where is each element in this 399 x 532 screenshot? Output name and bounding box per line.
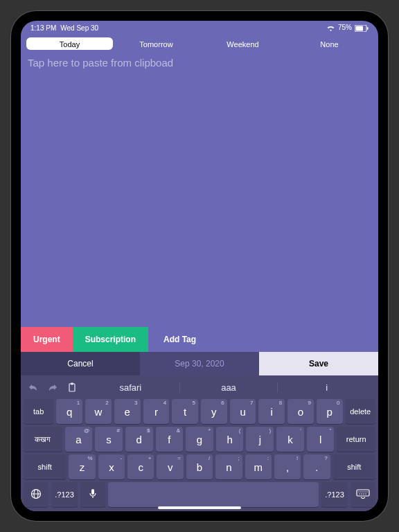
svg-point-17 bbox=[359, 493, 360, 494]
note-input[interactable]: Tap here to paste from clipboad bbox=[21, 54, 378, 327]
key-a[interactable]: a@ bbox=[65, 427, 93, 452]
key-b[interactable]: b/ bbox=[186, 454, 213, 479]
key-u[interactable]: u7 bbox=[230, 399, 256, 424]
globe-icon bbox=[30, 488, 42, 502]
svg-rect-10 bbox=[357, 490, 369, 496]
svg-rect-3 bbox=[69, 384, 75, 391]
home-indicator[interactable] bbox=[158, 506, 241, 509]
key-period[interactable]: .? bbox=[303, 454, 330, 479]
tag-label: Subscription bbox=[85, 335, 136, 344]
key-shift-left[interactable]: shift bbox=[24, 454, 66, 479]
key-c[interactable]: c+ bbox=[127, 454, 154, 479]
action-label: Save bbox=[309, 359, 328, 369]
svg-rect-2 bbox=[367, 27, 369, 30]
key-comma[interactable]: ,! bbox=[274, 454, 301, 479]
tag-label: Urgent bbox=[33, 335, 60, 344]
date-button[interactable]: Sep 30, 2020 bbox=[140, 352, 259, 375]
tab-label: Tomorrow bbox=[139, 40, 172, 48]
status-time: 1:13 PM bbox=[30, 24, 56, 32]
key-i[interactable]: i8 bbox=[258, 399, 285, 424]
save-button[interactable]: Save bbox=[259, 352, 378, 375]
svg-rect-4 bbox=[71, 383, 73, 385]
key-dismiss-keyboard[interactable] bbox=[351, 482, 375, 507]
status-bar: 1:13 PM Wed Sep 30 75% bbox=[21, 21, 378, 35]
suggestion-3[interactable]: i bbox=[278, 382, 375, 393]
svg-point-12 bbox=[358, 491, 359, 492]
key-m[interactable]: m: bbox=[245, 454, 272, 479]
svg-point-15 bbox=[364, 491, 365, 492]
key-j[interactable]: j) bbox=[246, 427, 274, 452]
tab-weekend[interactable]: Weekend bbox=[200, 37, 286, 50]
key-r[interactable]: r4 bbox=[143, 399, 170, 424]
key-g[interactable]: g* bbox=[186, 427, 213, 452]
key-v[interactable]: v= bbox=[157, 454, 183, 479]
key-n[interactable]: n; bbox=[215, 454, 242, 479]
key-language[interactable]: कखग bbox=[24, 427, 62, 452]
tab-label: Weekend bbox=[227, 40, 258, 48]
key-x[interactable]: x- bbox=[98, 454, 125, 479]
svg-point-20 bbox=[365, 493, 366, 494]
tab-label: None bbox=[320, 40, 338, 48]
key-globe[interactable] bbox=[24, 482, 48, 507]
tag-urgent-button[interactable]: Urgent bbox=[21, 327, 73, 352]
keyboard: safari aaa i tab q1 w2 e3 r4 t5 y6 u7 i8… bbox=[21, 375, 378, 511]
key-w[interactable]: w2 bbox=[85, 399, 112, 424]
date-filter-tabs: Today Tomorrow Weekend None bbox=[21, 35, 378, 54]
key-e[interactable]: e3 bbox=[114, 399, 141, 424]
key-h[interactable]: h( bbox=[216, 427, 244, 452]
keyboard-row-3: shift z% x- c+ v= b/ n; m: ,! .? shift bbox=[24, 454, 375, 479]
tag-label: Add Tag bbox=[163, 335, 196, 344]
suggestion-2[interactable]: aaa bbox=[180, 382, 278, 393]
svg-point-13 bbox=[360, 491, 361, 492]
clipboard-icon[interactable] bbox=[62, 382, 82, 392]
key-space[interactable] bbox=[108, 482, 319, 507]
key-o[interactable]: o9 bbox=[287, 399, 314, 424]
key-z[interactable]: z% bbox=[69, 454, 95, 479]
key-return[interactable]: return bbox=[337, 427, 375, 452]
action-label: Cancel bbox=[67, 359, 93, 369]
key-l[interactable]: l" bbox=[307, 427, 335, 452]
tag-subscription-button[interactable]: Subscription bbox=[73, 327, 148, 352]
svg-point-18 bbox=[361, 493, 362, 494]
status-date: Wed Sep 30 bbox=[60, 24, 98, 32]
mic-icon bbox=[89, 488, 97, 502]
suggestion-1[interactable]: safari bbox=[82, 382, 180, 393]
key-delete[interactable]: delete bbox=[346, 399, 375, 424]
svg-point-19 bbox=[363, 493, 364, 494]
redo-icon[interactable] bbox=[43, 383, 62, 391]
key-k[interactable]: k' bbox=[276, 427, 304, 452]
tab-none[interactable]: None bbox=[286, 37, 373, 50]
keyboard-suggestion-bar: safari aaa i bbox=[24, 378, 375, 396]
keyboard-row-space: .?123 .?123 bbox=[24, 482, 375, 507]
key-t[interactable]: t5 bbox=[172, 399, 198, 424]
svg-point-14 bbox=[362, 491, 363, 492]
tab-label: Today bbox=[60, 40, 80, 48]
status-battery: 75% bbox=[338, 24, 352, 31]
key-p[interactable]: p0 bbox=[317, 399, 343, 424]
key-f[interactable]: f& bbox=[156, 427, 184, 452]
key-y[interactable]: y6 bbox=[201, 399, 227, 424]
cancel-button[interactable]: Cancel bbox=[21, 352, 140, 375]
action-row: Cancel Sep 30, 2020 Save bbox=[21, 352, 378, 375]
key-tab[interactable]: tab bbox=[24, 399, 53, 424]
undo-icon[interactable] bbox=[24, 383, 43, 391]
tab-today[interactable]: Today bbox=[26, 37, 113, 50]
tablet-frame: 1:13 PM Wed Sep 30 75% Today Tomorrow We… bbox=[11, 11, 388, 521]
key-numbers-left[interactable]: .?123 bbox=[51, 482, 78, 507]
key-mic[interactable] bbox=[80, 482, 105, 507]
action-label: Sep 30, 2020 bbox=[175, 359, 224, 369]
key-s[interactable]: s# bbox=[95, 427, 123, 452]
key-numbers-right[interactable]: .?123 bbox=[321, 482, 348, 507]
keyboard-hide-icon bbox=[356, 489, 370, 501]
key-d[interactable]: d$ bbox=[125, 427, 153, 452]
key-shift-right[interactable]: shift bbox=[333, 454, 375, 479]
tab-tomorrow[interactable]: Tomorrow bbox=[113, 37, 200, 50]
note-placeholder: Tap here to paste from clipboad bbox=[28, 57, 371, 69]
svg-rect-8 bbox=[91, 489, 94, 495]
add-tag-button[interactable]: Add Tag bbox=[148, 327, 211, 352]
keyboard-row-1: tab q1 w2 e3 r4 t5 y6 u7 i8 o9 p0 delete bbox=[24, 399, 375, 424]
battery-icon bbox=[355, 24, 369, 31]
svg-rect-1 bbox=[356, 26, 364, 30]
wifi-icon bbox=[326, 24, 335, 31]
key-q[interactable]: q1 bbox=[56, 399, 82, 424]
